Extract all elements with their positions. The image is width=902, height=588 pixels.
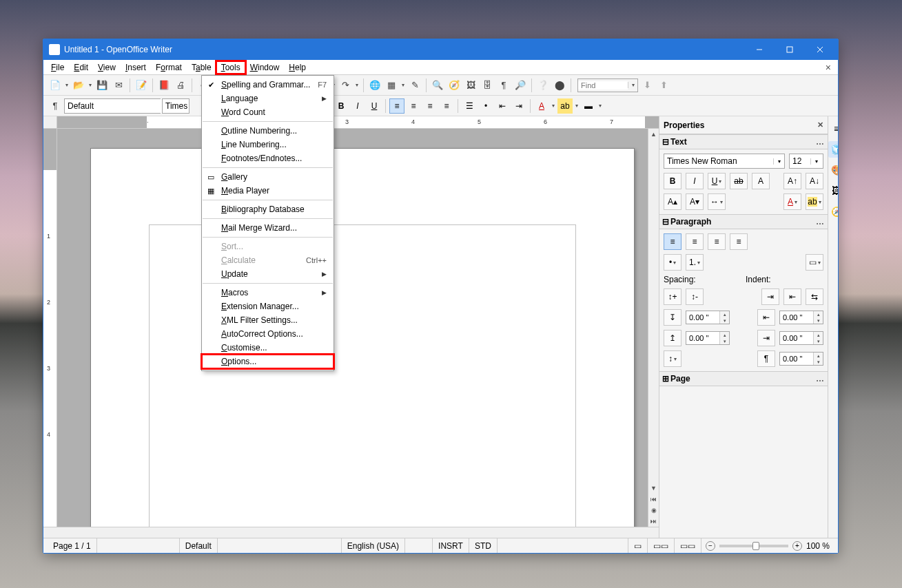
vertical-scrollbar[interactable]: ▲ ▼ ⏮ ◉ ⏭ — [648, 129, 659, 527]
sidebar-size-input[interactable] — [790, 154, 810, 168]
inc-indent-button[interactable]: ⇥ — [761, 288, 779, 305]
new-dropdown[interactable]: ▾ — [64, 82, 70, 88]
tools-menu-macros[interactable]: Macros▶ — [202, 286, 334, 300]
page-viewport[interactable] — [57, 129, 648, 527]
zoom-in-icon[interactable]: + — [792, 541, 802, 551]
sidebar-font-dropdown[interactable]: ▾ — [773, 158, 784, 165]
bullet-list-button[interactable]: • — [478, 98, 493, 114]
zoom-control[interactable]: − + 100 % — [701, 541, 834, 551]
scroll-down-icon[interactable]: ▼ — [649, 483, 659, 493]
sidebar-size-dropdown[interactable]: ▾ — [810, 158, 821, 165]
sidebar-underline-button[interactable]: U — [708, 173, 726, 189]
para-bullets[interactable]: • — [664, 254, 681, 271]
section-page-header[interactable]: ⊞ Page … — [659, 371, 828, 386]
next-page-icon[interactable]: ⏭ — [649, 516, 659, 526]
sidebar-italic-button[interactable]: I — [686, 173, 704, 189]
maximize-button[interactable] — [775, 39, 805, 60]
datasources-icon[interactable]: 🗄 — [480, 78, 495, 93]
menu-insert[interactable]: Insert — [121, 61, 151, 74]
sidebar-settings-icon[interactable]: ≡ — [828, 120, 838, 137]
para-align-center[interactable]: ≡ — [686, 233, 704, 250]
tools-menu-bibliography-database[interactable]: Bibliography Database — [202, 202, 334, 216]
hanging-indent-button[interactable]: ⇆ — [806, 288, 823, 305]
sidebar-size-combo[interactable]: ▾ — [789, 154, 823, 169]
font-color-dropdown[interactable]: ▾ — [551, 103, 556, 109]
align-justify-button[interactable]: ≡ — [439, 98, 454, 114]
expand-icon[interactable]: ⊞ — [662, 374, 670, 384]
draw-icon[interactable]: ✎ — [407, 78, 422, 93]
table-icon[interactable]: ▦ — [384, 78, 399, 93]
left-indent-spin[interactable]: ▴▾ — [779, 311, 823, 324]
tools-menu-line-numbering[interactable]: Line Numbering... — [202, 138, 334, 151]
open-dropdown[interactable]: ▾ — [88, 82, 93, 88]
tools-menu-customise[interactable]: Customise... — [202, 341, 334, 355]
find-icon[interactable]: 🔍 — [430, 78, 445, 93]
align-right-button[interactable]: ≡ — [422, 98, 438, 114]
numbered-list-button[interactable]: ☰ — [462, 98, 477, 114]
collapse-icon[interactable]: ⊟ — [662, 217, 670, 227]
decrease-indent-button[interactable]: ⇤ — [495, 98, 510, 114]
para-bgcolor[interactable]: ▭ — [806, 254, 823, 271]
zoom-slider[interactable] — [719, 545, 788, 547]
section-paragraph-header[interactable]: ⊟ Paragraph … — [659, 214, 828, 229]
sidebar-sub-button[interactable]: A↓ — [806, 173, 823, 189]
menu-edit[interactable]: Edit — [69, 61, 93, 74]
sidebar-font-combo[interactable]: ▾ — [664, 154, 785, 169]
view-book-icon[interactable]: ▭▭ — [675, 538, 701, 553]
right-indent-input[interactable] — [780, 332, 813, 344]
italic-button[interactable]: I — [350, 98, 365, 114]
below-spacing-spin[interactable]: ▴▾ — [686, 331, 730, 345]
sidebar-close-icon[interactable]: ✕ — [817, 120, 823, 129]
tools-menu-language[interactable]: Language▶ — [202, 92, 334, 105]
para-align-justify[interactable]: ≡ — [730, 233, 748, 250]
vertical-ruler[interactable]: 1234 — [43, 129, 57, 527]
redo-icon[interactable]: ↷ — [338, 78, 353, 93]
status-page[interactable]: Page 1 / 1 — [48, 538, 97, 553]
find-dropdown[interactable]: ▾ — [628, 82, 637, 88]
sidebar-font-input[interactable] — [664, 154, 773, 168]
properties-tab-icon[interactable]: 🧊 — [828, 141, 838, 158]
hyperlink-icon[interactable]: 🌐 — [367, 78, 382, 93]
para-numbering[interactable]: 1. — [686, 254, 704, 271]
dec-indent-button[interactable]: ⇤ — [783, 288, 801, 305]
align-center-button[interactable]: ≡ — [406, 98, 421, 114]
para-align-right[interactable]: ≡ — [708, 233, 726, 250]
open-icon[interactable]: 📂 — [71, 78, 86, 93]
gallery-icon[interactable]: 🖼 — [463, 78, 478, 93]
nav-icon[interactable]: ◉ — [649, 505, 659, 515]
collapse-icon[interactable]: ⊟ — [662, 137, 670, 147]
tools-menu-word-count[interactable]: Word Count — [202, 105, 334, 119]
para-align-left[interactable]: ≡ — [664, 233, 681, 250]
new-icon[interactable]: 📄 — [48, 78, 63, 93]
sidebar-highlight-button[interactable]: ab — [806, 193, 823, 210]
section-more-icon[interactable]: … — [816, 137, 825, 147]
increase-indent-button[interactable]: ⇥ — [511, 98, 526, 114]
redo-dropdown[interactable]: ▾ — [354, 82, 360, 88]
line-spacing-button[interactable]: ↕ — [664, 350, 681, 367]
sidebar-shadow-button[interactable]: A — [752, 173, 770, 189]
bgcolor-dropdown[interactable]: ▾ — [597, 103, 603, 109]
scroll-up-icon[interactable]: ▲ — [649, 129, 659, 139]
status-language[interactable]: English (USA) — [342, 538, 405, 553]
menu-help[interactable]: Help — [284, 61, 311, 74]
menu-format[interactable]: Format — [151, 61, 187, 74]
inc-spacing-button[interactable]: ↕+ — [664, 288, 681, 305]
menu-table[interactable]: Table — [187, 61, 216, 74]
align-left-button[interactable]: ≡ — [389, 98, 404, 114]
horizontal-ruler[interactable]: · 1234567 — [57, 116, 659, 129]
sidebar-shrink-button[interactable]: A▾ — [686, 193, 704, 210]
email-icon[interactable]: ✉ — [111, 78, 126, 93]
help-icon[interactable]: ❔ — [535, 78, 551, 93]
menu-view[interactable]: View — [93, 61, 121, 74]
status-style[interactable]: Default — [180, 538, 218, 553]
tools-menu-autocorrect-options[interactable]: AutoCorrect Options... — [202, 327, 334, 341]
dec-spacing-button[interactable]: ↕- — [686, 288, 704, 305]
prev-page-icon[interactable]: ⏮ — [649, 494, 659, 504]
firstline-indent-input[interactable] — [780, 353, 813, 365]
nonprinting-icon[interactable]: ¶ — [496, 78, 511, 93]
minimize-button[interactable] — [744, 39, 775, 60]
zoom-out-icon[interactable]: − — [706, 541, 715, 551]
whatsthis-icon[interactable]: ⬤ — [552, 78, 567, 93]
section-more-icon[interactable]: … — [816, 217, 825, 227]
section-more-icon[interactable]: … — [816, 374, 825, 384]
